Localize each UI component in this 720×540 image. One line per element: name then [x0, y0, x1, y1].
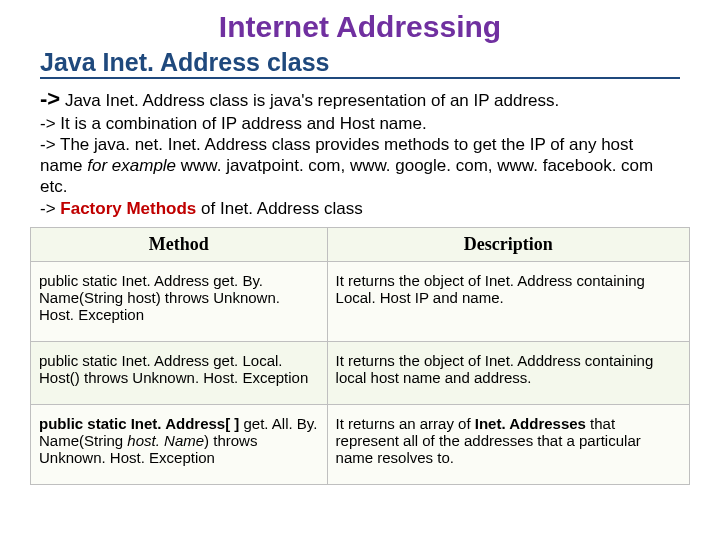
page-title: Internet Addressing: [30, 10, 690, 44]
cell-description: It returns an array of Inet. Addresses t…: [327, 404, 689, 484]
intro-line-4-arrow: ->: [40, 199, 60, 218]
cell-method: public static Inet. Address get. By. Nam…: [31, 261, 328, 341]
desc-bold: Inet. Addresses: [475, 415, 590, 432]
intro-line-3-italic: for example: [87, 156, 176, 175]
methods-table: Method Description public static Inet. A…: [30, 227, 690, 485]
section-subtitle: Java Inet. Address class: [40, 48, 680, 79]
table-row: public static Inet. Address[ ] get. All.…: [31, 404, 690, 484]
intro-line-4-tail: of Inet. Address class: [196, 199, 362, 218]
intro-line-2: -> It is a combination of IP address and…: [40, 114, 427, 133]
table-header-row: Method Description: [31, 227, 690, 261]
desc-text: It returns an array of: [336, 415, 475, 432]
table-row: public static Inet. Address get. By. Nam…: [31, 261, 690, 341]
intro-paragraph: -> Java Inet. Address class is java's re…: [40, 85, 680, 219]
header-method: Method: [31, 227, 328, 261]
bullet-arrow: ->: [40, 86, 60, 111]
header-description: Description: [327, 227, 689, 261]
cell-description: It returns the object of Inet. Address c…: [327, 261, 689, 341]
cell-method: public static Inet. Address[ ] get. All.…: [31, 404, 328, 484]
table-row: public static Inet. Address get. Local. …: [31, 341, 690, 404]
method-param-italic: host. Name: [127, 432, 204, 449]
method-bold: public static Inet. Address[ ]: [39, 415, 243, 432]
cell-description: It returns the object of Inet. Adddress …: [327, 341, 689, 404]
intro-line-1: Java Inet. Address class is java's repre…: [60, 91, 559, 110]
factory-methods-label: Factory Methods: [60, 199, 196, 218]
cell-method: public static Inet. Address get. Local. …: [31, 341, 328, 404]
